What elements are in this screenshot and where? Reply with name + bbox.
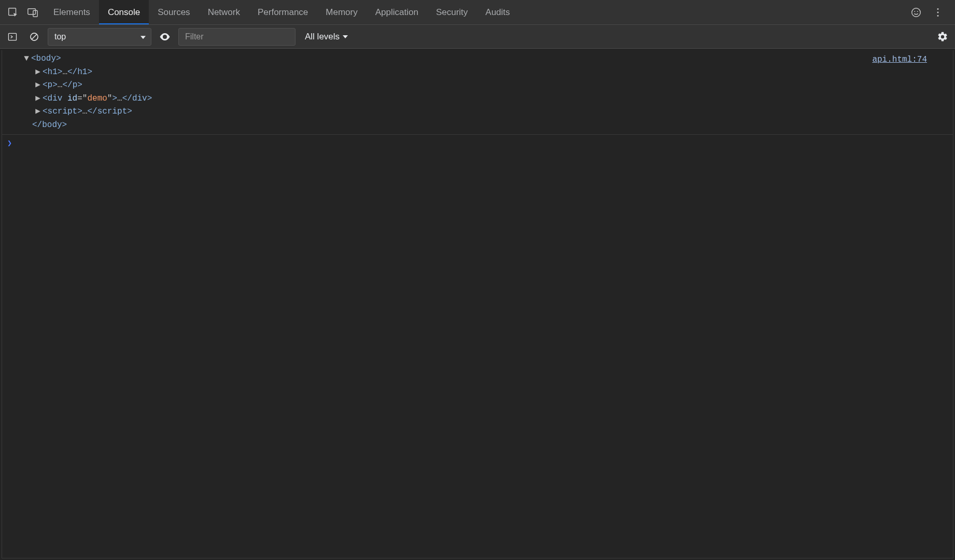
svg-point-6	[937, 8, 939, 10]
live-expression-icon[interactable]	[157, 29, 173, 45]
tab-label: Network	[208, 7, 240, 18]
tree-node-body-close[interactable]: </body>	[23, 119, 872, 132]
svg-point-8	[937, 15, 939, 16]
disclosure-collapsed-icon[interactable]: ▶	[34, 79, 41, 92]
tree-node-script[interactable]: ▶<script>…</script>	[23, 105, 872, 119]
tab-label: Audits	[485, 7, 510, 18]
ellipsis-text: …	[62, 67, 67, 77]
h1-close-tag: </h1>	[67, 67, 92, 77]
console-log-row: ▼<body> ▶<h1>…</h1> ▶<p>…</p> ▶<div id="…	[2, 50, 953, 135]
attr-eq: =	[77, 94, 82, 103]
context-value: top	[54, 32, 66, 41]
div-open-post: >	[112, 94, 117, 103]
svg-point-4	[914, 11, 915, 12]
tab-console[interactable]: Console	[99, 0, 149, 24]
tab-application[interactable]: Application	[367, 0, 427, 24]
div-open-pre: <div	[43, 94, 67, 103]
more-menu-icon[interactable]	[929, 4, 947, 21]
disclosure-collapsed-icon[interactable]: ▶	[34, 92, 41, 106]
ellipsis-text: …	[117, 94, 122, 103]
ellipsis-text: …	[58, 80, 63, 90]
chevron-down-icon	[343, 35, 348, 38]
smile-feedback-icon[interactable]	[907, 4, 925, 21]
console-settings-icon[interactable]	[934, 29, 951, 45]
tab-label: Security	[436, 7, 468, 18]
attr-quote-open: "	[82, 94, 88, 103]
tree-node-div-demo[interactable]: ▶<div id="demo">…</div>	[23, 92, 872, 106]
prompt-arrow-icon: ❯	[7, 138, 17, 150]
execution-context-select[interactable]: top	[48, 28, 151, 46]
tab-elements[interactable]: Elements	[45, 0, 99, 24]
attr-quote-close: "	[107, 94, 113, 103]
svg-point-5	[917, 11, 918, 12]
tab-sources[interactable]: Sources	[149, 0, 199, 24]
tab-label: Application	[375, 7, 418, 18]
logged-dom-tree: ▼<body> ▶<h1>…</h1> ▶<p>…</p> ▶<div id="…	[2, 52, 872, 132]
tab-label: Memory	[326, 7, 357, 18]
disclosure-expanded-icon[interactable]: ▼	[23, 52, 30, 66]
tab-performance[interactable]: Performance	[249, 0, 317, 24]
console-toolbar: top All levels	[0, 25, 955, 49]
tab-memory[interactable]: Memory	[317, 0, 366, 24]
p-close-tag: </p>	[62, 80, 82, 90]
ellipsis-text: …	[82, 107, 88, 116]
tree-node-body-open[interactable]: ▼<body>	[23, 52, 872, 66]
source-link[interactable]: api.html:74	[872, 52, 948, 132]
disclosure-collapsed-icon[interactable]: ▶	[34, 66, 41, 79]
script-open-tag: <script>	[43, 107, 82, 116]
tabs-right-icons	[907, 4, 952, 21]
attr-value: demo	[87, 94, 107, 103]
svg-rect-1	[28, 8, 36, 14]
clear-console-icon[interactable]	[26, 29, 43, 45]
svg-point-7	[937, 11, 939, 13]
tabs-bar: Elements Console Sources Network Perform…	[0, 0, 955, 25]
tab-network[interactable]: Network	[199, 0, 249, 24]
tab-label: Sources	[158, 7, 190, 18]
attr-name: id	[67, 94, 77, 103]
levels-label: All levels	[305, 32, 340, 42]
tab-label: Console	[108, 7, 140, 18]
log-levels-select[interactable]: All levels	[301, 30, 352, 44]
tabs-list: Elements Console Sources Network Perform…	[45, 0, 519, 24]
div-close-tag: </div>	[122, 94, 152, 103]
tree-node-h1[interactable]: ▶<h1>…</h1>	[23, 66, 872, 79]
svg-line-11	[32, 34, 37, 39]
disclosure-collapsed-icon[interactable]: ▶	[34, 105, 41, 119]
toggle-console-sidebar-icon[interactable]	[4, 29, 21, 45]
tab-security[interactable]: Security	[427, 0, 476, 24]
inspect-element-icon[interactable]	[3, 0, 23, 25]
script-close-tag: </script>	[87, 107, 132, 116]
tab-label: Elements	[53, 7, 90, 18]
console-prompt-row[interactable]: ❯	[2, 135, 953, 153]
svg-point-3	[912, 8, 921, 17]
filter-input[interactable]	[178, 28, 296, 46]
p-open-tag: <p>	[43, 80, 58, 90]
h1-open-tag: <h1>	[43, 67, 62, 77]
body-open-tag: <body>	[31, 54, 61, 63]
tab-audits[interactable]: Audits	[476, 0, 518, 24]
tab-label: Performance	[258, 7, 308, 18]
tree-node-p[interactable]: ▶<p>…</p>	[23, 79, 872, 92]
toggle-device-toolbar-icon[interactable]	[23, 0, 43, 25]
body-close-tag: </body>	[32, 120, 67, 130]
console-area: ▼<body> ▶<h1>…</h1> ▶<p>…</p> ▶<div id="…	[2, 50, 953, 558]
